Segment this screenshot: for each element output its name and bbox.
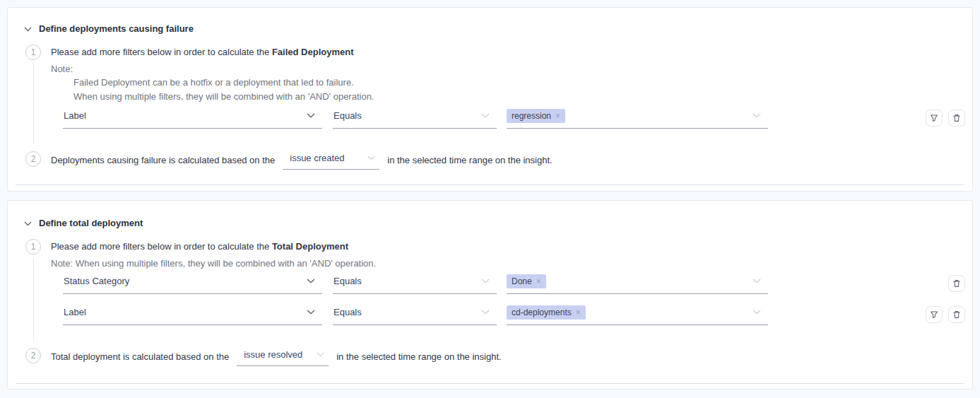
panel-title: Define deployments causing failure (39, 23, 194, 35)
chevron-down-icon (317, 352, 324, 357)
filter-value-multiselect[interactable]: Done × (507, 273, 768, 294)
chevron-down-icon[interactable] (24, 27, 32, 32)
filter-operator-select[interactable]: Equals (333, 107, 497, 129)
chevron-down-icon (752, 310, 761, 315)
note-label: Note: (51, 64, 972, 75)
chevron-down-icon (752, 113, 761, 118)
section-divider (16, 383, 964, 384)
note-line: Failed Deployment can be a hotfix or a d… (73, 76, 972, 89)
chevron-down-icon[interactable] (24, 221, 32, 226)
step-number-badge: 1 (25, 239, 41, 254)
filter-operator-select[interactable]: Equals (333, 304, 497, 325)
chip-remove-icon[interactable]: × (555, 112, 560, 120)
value-chip: cd-deployments × (507, 305, 586, 320)
trash-icon (952, 279, 962, 288)
chevron-down-icon (481, 310, 490, 315)
delete-button[interactable] (948, 275, 965, 292)
step-2: 2 Total deployment is calculated based o… (8, 348, 972, 366)
chip-remove-icon[interactable]: × (576, 308, 581, 317)
panel-title: Define total deployment (39, 218, 143, 229)
chevron-down-icon (307, 113, 315, 118)
filter-row: Label Equals cd-deployments × (63, 304, 972, 325)
step2-text-before: Deployments causing failure is calculate… (51, 153, 275, 168)
panel-define-deployments-causing-failure: Define deployments causing failure 1 Ple… (7, 7, 973, 192)
panel-header[interactable]: Define total deployment (8, 201, 972, 229)
trash-icon (952, 113, 962, 123)
filter-value-multiselect[interactable]: regression × (507, 107, 768, 129)
step-1: 1 Please add more filters below in order… (8, 45, 972, 144)
chevron-down-icon (307, 310, 315, 315)
section-divider (16, 185, 964, 185)
filter-button[interactable] (926, 306, 943, 323)
panel-define-total-deployment: Define total deployment 1 Please add mor… (7, 200, 973, 390)
step-connector-line (33, 257, 34, 341)
step-2: 2 Deployments causing failure is calcula… (8, 151, 972, 170)
note-line: When using multiple filters, they will b… (73, 90, 972, 103)
filter-row: Status Category Equals Done × (63, 273, 972, 294)
chip-remove-icon[interactable]: × (536, 277, 541, 286)
delete-button[interactable] (948, 306, 965, 323)
panel-header[interactable]: Define deployments causing failure (8, 8, 972, 35)
step-1: 1 Please add more filters below in order… (8, 239, 972, 341)
step-instruction: Please add more filters below in order t… (51, 241, 972, 252)
filter-field-select[interactable]: Label (63, 304, 322, 325)
chevron-down-icon (752, 279, 761, 283)
event-select[interactable]: issue created (283, 151, 379, 170)
note-label: Note: When using multiple filters, they … (51, 258, 972, 269)
chevron-down-icon (481, 113, 490, 118)
filter-row: Label Equals regression × (63, 107, 972, 129)
event-select[interactable]: issue resolved (237, 348, 329, 366)
funnel-icon (929, 113, 939, 123)
value-chip: Done × (507, 274, 546, 288)
step-connector-line (33, 63, 34, 144)
chevron-down-icon (307, 279, 315, 283)
filter-field-select[interactable]: Status Category (63, 273, 322, 294)
step-number-badge: 2 (25, 151, 41, 167)
step2-text-after: in the selected time range on the insigh… (387, 153, 552, 168)
filter-value-multiselect[interactable]: cd-deployments × (507, 304, 768, 325)
value-chip: regression × (507, 109, 565, 123)
funnel-icon (929, 310, 939, 320)
filter-button[interactable] (926, 110, 943, 127)
delete-button[interactable] (948, 110, 965, 127)
step2-text-before: Total deployment is calculated based on … (51, 349, 229, 365)
filter-field-select[interactable]: Label (63, 107, 322, 129)
filter-operator-select[interactable]: Equals (333, 273, 497, 294)
step2-text-after: in the selected time range on the insigh… (336, 349, 501, 365)
step-number-badge: 2 (25, 348, 41, 363)
step-number-badge: 1 (25, 45, 41, 60)
step-instruction: Please add more filters below in order t… (51, 47, 972, 58)
chevron-down-icon (367, 156, 375, 160)
chevron-down-icon (481, 279, 490, 283)
trash-icon (952, 310, 962, 320)
